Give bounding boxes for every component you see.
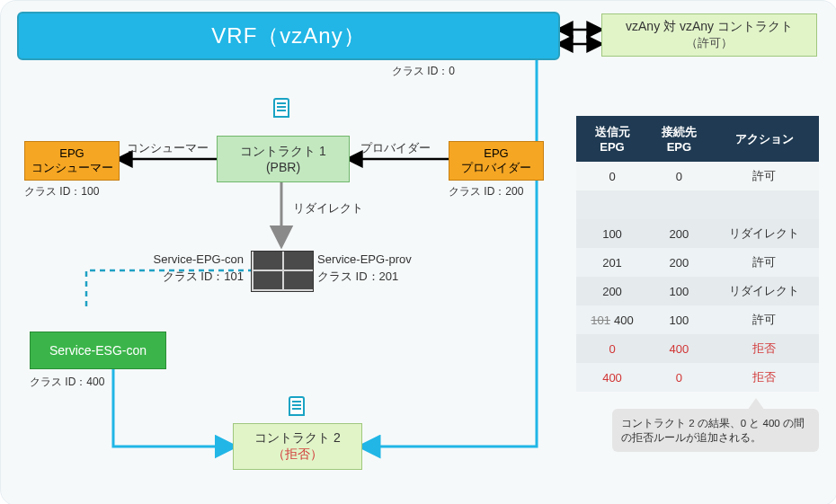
cell-src: 0 bbox=[576, 162, 648, 190]
vzany-contract-title: vzAny 対 vzAny コントラクト bbox=[626, 19, 793, 35]
table-row: 00許可 bbox=[576, 162, 819, 190]
cell-src: 400 bbox=[576, 363, 648, 392]
cell-action: 許可 bbox=[710, 248, 819, 277]
contract2-sub: （拒否） bbox=[272, 447, 323, 463]
table-row: 100200リダイレクト bbox=[576, 219, 819, 248]
vzany-contract-sub: （許可） bbox=[686, 35, 733, 51]
zoning-table: 送信元 EPG 接続先 EPG アクション 00許可100200リダイレクト20… bbox=[576, 116, 819, 392]
cell-src: 101400 bbox=[576, 305, 648, 334]
epg-provider-l2: プロバイダー bbox=[461, 160, 531, 176]
vrf-title: VRF（vzAny） bbox=[211, 22, 365, 50]
document-icon bbox=[273, 98, 289, 118]
rel-provider-label: プロバイダー bbox=[360, 140, 431, 156]
epg-consumer-l1: EPG bbox=[59, 146, 84, 160]
svc-prov-cid: クラス ID：201 bbox=[317, 269, 398, 285]
firewall-icon bbox=[251, 251, 314, 292]
vzany-contract-box: vzAny 対 vzAny コントラクト （許可） bbox=[601, 13, 817, 57]
cell-src: 100 bbox=[576, 219, 648, 248]
table-row bbox=[576, 190, 819, 219]
service-esg-cid: クラス ID：400 bbox=[30, 375, 104, 390]
table-row: 200100リダイレクト bbox=[576, 277, 819, 305]
service-esg-box: Service-ESG-con bbox=[30, 332, 166, 369]
cell-dst: 100 bbox=[648, 305, 710, 334]
contract2-box: コントラクト 2 （拒否） bbox=[233, 423, 362, 470]
cell-dst: 100 bbox=[648, 277, 710, 305]
cell-dst bbox=[648, 190, 710, 219]
cell-action: 許可 bbox=[710, 305, 819, 334]
cell-action: リダイレクト bbox=[710, 219, 819, 248]
th-src: 送信元 EPG bbox=[576, 116, 648, 162]
cell-dst: 0 bbox=[648, 162, 710, 190]
cell-action: リダイレクト bbox=[710, 277, 819, 305]
cell-action: 拒否 bbox=[710, 334, 819, 363]
svc-prov-name: Service-EPG-prov bbox=[317, 252, 412, 266]
cell-src: 0 bbox=[576, 334, 648, 363]
cell-dst: 400 bbox=[648, 334, 710, 363]
cell-src bbox=[576, 190, 648, 219]
svc-con-name: Service-EPG-con bbox=[136, 252, 244, 266]
contract1-sub: (PBR) bbox=[266, 160, 300, 174]
vrf-box: VRF（vzAny） bbox=[17, 12, 560, 60]
cell-action bbox=[710, 190, 819, 219]
epg-consumer-box: EPG コンシューマー bbox=[24, 141, 120, 181]
table-row: 4000拒否 bbox=[576, 363, 819, 392]
table-row: 201200許可 bbox=[576, 248, 819, 277]
epg-provider-l1: EPG bbox=[484, 146, 508, 160]
cell-action: 許可 bbox=[710, 162, 819, 190]
cell-src: 201 bbox=[576, 248, 648, 277]
service-esg-name: Service-ESG-con bbox=[49, 343, 147, 358]
cell-dst: 200 bbox=[648, 248, 710, 277]
svc-con-cid: クラス ID：101 bbox=[136, 269, 244, 285]
table-row: 0400拒否 bbox=[576, 334, 819, 363]
note-box: コントラクト 2 の結果、0 と 400 の間の拒否ルールが追加される。 bbox=[612, 409, 819, 452]
th-action: アクション bbox=[710, 116, 819, 162]
rel-redirect-label: リダイレクト bbox=[293, 200, 363, 217]
vrf-classid: クラス ID：0 bbox=[392, 64, 455, 79]
cell-src: 200 bbox=[576, 277, 648, 305]
rel-consumer-label: コンシューマー bbox=[127, 140, 209, 156]
contract1-box: コントラクト 1 (PBR) bbox=[217, 136, 350, 182]
epg-consumer-l2: コンシューマー bbox=[31, 160, 113, 176]
epg-provider-cid: クラス ID：200 bbox=[449, 184, 523, 199]
contract1-title: コントラクト 1 bbox=[240, 144, 326, 160]
epg-consumer-cid: クラス ID：100 bbox=[24, 184, 99, 199]
contract2-title: コントラクト 2 bbox=[254, 430, 341, 447]
cell-action: 拒否 bbox=[710, 363, 819, 392]
table-row: 101400100許可 bbox=[576, 305, 819, 334]
document-icon bbox=[289, 396, 305, 416]
cell-dst: 200 bbox=[648, 219, 710, 248]
cell-dst: 0 bbox=[648, 363, 710, 392]
th-dst: 接続先 EPG bbox=[648, 116, 710, 162]
epg-provider-box: EPG プロバイダー bbox=[449, 141, 544, 181]
